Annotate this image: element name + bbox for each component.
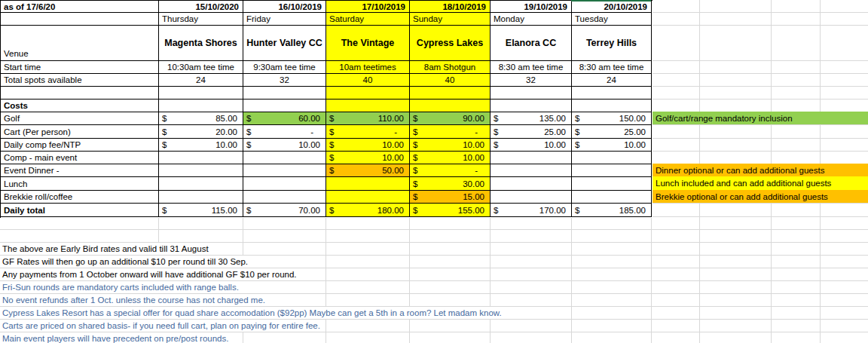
empty-cell[interactable]	[243, 152, 326, 164]
date-cell[interactable]: 15/10/2020	[159, 1, 243, 13]
spacer-cell[interactable]	[159, 100, 243, 112]
total-money-cell[interactable]: $185.00	[572, 204, 652, 217]
spacer-cell[interactable]	[572, 100, 652, 112]
money-cell[interactable]: $10.00	[326, 139, 410, 152]
day-cell[interactable]: Tuesday	[572, 13, 652, 26]
money-cell[interactable]: $25.00	[572, 125, 652, 139]
empty-cell[interactable]	[491, 152, 572, 164]
money-cell[interactable]: $-	[410, 125, 491, 139]
money-cell[interactable]: $10.00	[572, 139, 652, 152]
spacer-cell[interactable]	[1, 87, 159, 100]
empty-cell[interactable]	[491, 177, 572, 191]
note-box[interactable]: Golf/cart/range mandatory inclusion	[653, 112, 868, 124]
note-box[interactable]: Brekkie optional or can add additional g…	[653, 190, 868, 203]
day-cell[interactable]: Thursday	[159, 13, 243, 26]
spacer-cell[interactable]	[243, 87, 326, 100]
spacer-cell[interactable]	[572, 87, 652, 100]
total-money-cell[interactable]: $170.00	[491, 204, 572, 217]
money-cell[interactable]: $85.00	[159, 112, 243, 125]
money-cell[interactable]: $20.00	[159, 125, 243, 139]
spacer-cell[interactable]	[326, 87, 410, 100]
spots-cell[interactable]: 32	[491, 74, 572, 87]
cost-label-cell[interactable]: Event Dinner -	[1, 164, 159, 177]
money-cell[interactable]: $10.00	[410, 152, 491, 164]
footnote-row[interactable]: The above are Early Bird rates and valid…	[0, 242, 868, 255]
footnote-row[interactable]: Fri-Sun rounds are mandatory carts inclu…	[0, 280, 868, 293]
start-cell[interactable]: 9:30am tee time	[243, 61, 326, 74]
day-cell[interactable]: Monday	[491, 13, 572, 26]
empty-cell[interactable]	[243, 164, 326, 177]
spots-cell[interactable]: 40	[410, 74, 491, 87]
start-label-cell[interactable]: Start time	[1, 61, 159, 74]
money-cell[interactable]: $10.00	[243, 139, 326, 152]
cost-label-cell[interactable]: Daily comp fee/NTP	[1, 139, 159, 152]
spots-cell[interactable]: 24	[159, 74, 243, 87]
footnote-row[interactable]: Cypress Lakes Resort has a special offer…	[0, 306, 868, 319]
venue-cell[interactable]: Magenta Shores	[159, 26, 243, 61]
footnote-row[interactable]: No event refunds after 1 Oct. unless the…	[0, 293, 868, 306]
money-cell[interactable]: $15.00	[410, 191, 491, 204]
spacer-cell[interactable]	[491, 100, 572, 112]
footnote-row[interactable]: Any payments from 1 October onward will …	[0, 268, 868, 280]
date-cell[interactable]: 18/10/2019	[410, 1, 491, 13]
spacer-cell[interactable]	[491, 87, 572, 100]
cost-label-cell[interactable]: Comp - main event	[1, 152, 159, 164]
footnote-row[interactable]: Main event players will have precedent o…	[0, 332, 868, 343]
cost-label-cell[interactable]: Brekkie roll/coffee	[1, 191, 159, 204]
date-cell[interactable]: 16/10/2019	[243, 1, 326, 13]
empty-cell[interactable]	[159, 191, 243, 204]
empty-cell[interactable]	[491, 164, 572, 177]
cost-label-cell[interactable]: Golf	[1, 112, 159, 125]
spots-cell[interactable]: 40	[326, 74, 410, 87]
start-cell[interactable]: 8:30 am tee time	[572, 61, 652, 74]
total-money-cell[interactable]: $180.00	[326, 204, 410, 217]
total-money-cell[interactable]: $70.00	[243, 204, 326, 217]
total-label-cell[interactable]: Daily total	[1, 204, 159, 217]
money-cell[interactable]: $10.00	[491, 139, 572, 152]
start-cell[interactable]: 8:30 am tee time	[491, 61, 572, 74]
venue-cell[interactable]: The Vintage	[326, 26, 410, 61]
money-cell[interactable]: $10.00	[326, 152, 410, 164]
empty-cell[interactable]	[159, 164, 243, 177]
total-money-cell[interactable]: $155.00	[410, 204, 491, 217]
money-cell[interactable]: $50.00	[326, 164, 410, 177]
date-cell[interactable]: 20/10/2019	[572, 1, 652, 13]
cost-label-cell[interactable]: Lunch	[1, 177, 159, 191]
spacer-cell[interactable]	[410, 100, 491, 112]
spacer-cell[interactable]	[326, 100, 410, 112]
empty-cell[interactable]	[243, 191, 326, 204]
empty-cell[interactable]	[1, 13, 159, 26]
money-cell[interactable]: $10.00	[159, 139, 243, 152]
empty-cell[interactable]	[159, 152, 243, 164]
money-cell[interactable]	[326, 191, 410, 204]
spots-cell[interactable]: 32	[243, 74, 326, 87]
venue-cell[interactable]: Cypress Lakes	[410, 26, 491, 61]
empty-cell[interactable]	[491, 191, 572, 204]
empty-cell[interactable]	[159, 177, 243, 191]
venue-label-cell[interactable]: Venue	[1, 26, 159, 61]
start-cell[interactable]: 10:30am tee time	[159, 61, 243, 74]
money-cell[interactable]: $150.00	[572, 112, 652, 125]
day-cell[interactable]: Saturday	[326, 13, 410, 26]
empty-cell[interactable]	[572, 164, 652, 177]
spacer-cell[interactable]	[243, 100, 326, 112]
spots-label-cell[interactable]: Total spots available	[1, 74, 159, 87]
empty-cell[interactable]	[243, 177, 326, 191]
money-cell[interactable]: $-	[326, 125, 410, 139]
cost-label-cell[interactable]: Cart (Per person)	[1, 125, 159, 139]
money-cell[interactable]: $10.00	[410, 139, 491, 152]
start-cell[interactable]: 10am teetimes	[326, 61, 410, 74]
footnote-row[interactable]: GF Rates will then go up an additional $…	[0, 255, 868, 268]
as-of-cell[interactable]: as of 17/6/20	[1, 1, 159, 13]
money-cell[interactable]: $30.00	[410, 177, 491, 191]
money-cell[interactable]	[326, 177, 410, 191]
day-cell[interactable]: Sunday	[410, 13, 491, 26]
empty-cell[interactable]	[572, 191, 652, 204]
empty-cell[interactable]	[572, 177, 652, 191]
money-cell[interactable]: $60.00	[243, 112, 326, 125]
money-cell[interactable]: $-	[410, 164, 491, 177]
money-cell[interactable]: $-	[243, 125, 326, 139]
money-cell[interactable]: $110.00	[326, 112, 410, 125]
footnote-row[interactable]: Carts are priced on shared basis- if you…	[0, 319, 868, 332]
empty-cell[interactable]	[572, 152, 652, 164]
